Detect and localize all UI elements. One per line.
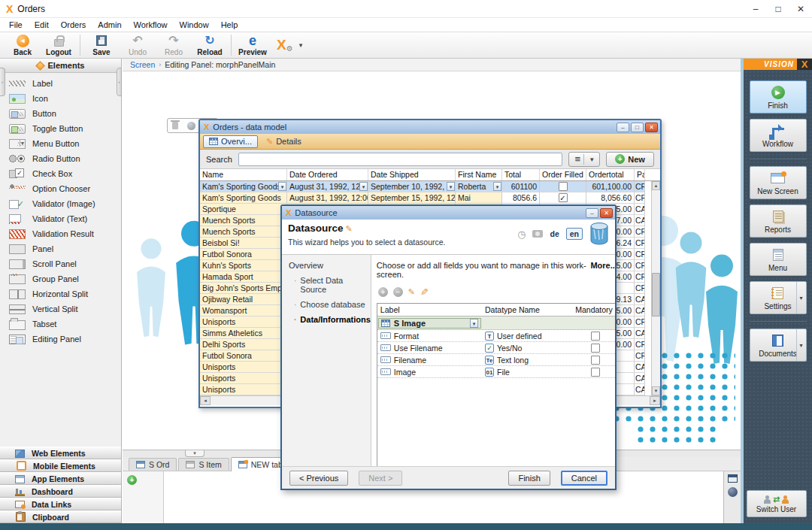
element-item-menu-button[interactable]: Menu Button (0, 136, 121, 151)
toolbar-save-button[interactable]: Save (83, 32, 120, 58)
toolbar-reload-button[interactable]: ↻Reload (192, 32, 228, 58)
accordion-web[interactable]: Web Elements (0, 447, 121, 459)
history-clock-icon[interactable]: ◷ (517, 229, 526, 240)
vision-menu-button[interactable]: Menu (750, 243, 807, 276)
field-row[interactable]: FormatTUser defined (377, 330, 615, 342)
new-record-button[interactable]: + New (606, 152, 654, 167)
group-combo[interactable]: S Image ▾ (378, 318, 481, 329)
cell-name[interactable]: Futbol Sonora (200, 350, 287, 362)
vision-reports-button[interactable]: Reports (750, 204, 807, 238)
column-header-pay[interactable]: Pa (635, 169, 645, 180)
element-item-label[interactable]: Label (0, 76, 121, 91)
element-item-validator-image[interactable]: Validator (Image) (0, 196, 121, 211)
sphere-icon[interactable] (187, 122, 195, 130)
column-header-name[interactable]: Name (200, 169, 287, 180)
cell-date_ordered[interactable]: August 31, 1992, 12:00 AM (287, 192, 368, 204)
screenshot-camera-icon[interactable] (532, 230, 543, 238)
elements-panel-header[interactable]: Elements (0, 59, 121, 73)
element-item-group-panel[interactable]: Group Panel (0, 271, 121, 286)
orders-tab-overvi[interactable]: Overvi... (203, 135, 258, 148)
cell-name[interactable]: Delhi Sports (200, 339, 287, 350)
cell-combo-caret-icon[interactable]: ▾ (359, 182, 368, 191)
toolbar-preview-button[interactable]: ePreview (235, 32, 271, 58)
cell-name[interactable]: Hamada Sport (200, 271, 287, 283)
dropdown-caret-icon[interactable]: ▾ (796, 329, 806, 361)
close-button[interactable]: ✕ (789, 0, 812, 18)
dropdown-caret-icon[interactable]: ▾ (796, 282, 806, 313)
element-item-validator-text[interactable]: Validator (Text) (0, 211, 121, 226)
scroll-left-icon[interactable]: ◄ (200, 396, 211, 405)
cell-name[interactable]: Unisports (200, 316, 287, 328)
vision-documents-button[interactable]: Documents▾ (750, 329, 807, 362)
cell-name[interactable]: Simms Atheletics (200, 328, 287, 339)
cell-pay[interactable]: CAS (635, 294, 645, 305)
element-item-horizontal-split[interactable]: Horizontal Split (0, 286, 121, 301)
cell-name[interactable]: Futbol Sonora (200, 249, 287, 260)
sidebar-collapse-handle[interactable]: ‹ (117, 68, 122, 96)
cell-name[interactable]: Sportique (200, 204, 287, 215)
cell-date_shipped[interactable]: September 15, 1992, 12:00 AM (368, 192, 456, 204)
cell-ordertotal[interactable]: 8,056.60 (586, 192, 635, 204)
cell-name[interactable]: Unisports (200, 362, 287, 373)
cell-first_name[interactable]: Roberta▾ (456, 181, 502, 192)
cell-date_ordered[interactable]: August 31, 1992, 12:00 AM▾ (287, 181, 368, 192)
maximize-button[interactable]: □ (767, 0, 789, 18)
cell-pay[interactable]: CRE (635, 271, 645, 283)
cell-pay[interactable]: CAS (635, 384, 645, 395)
table-row[interactable]: Kam's Sporting Goods▾August 31, 1992, 12… (200, 181, 651, 192)
orders-maximize-button[interactable]: □ (631, 123, 644, 132)
orders-vertical-scrollbar[interactable]: ▲ ▼ (651, 181, 660, 395)
cell-ordertotal[interactable]: 601,100.00 (586, 181, 635, 192)
element-item-editing-panel[interactable]: Editing Panel (0, 332, 121, 347)
cell-pay[interactable]: CRE (635, 192, 645, 204)
cell-pay[interactable]: CRE (635, 316, 645, 328)
cell-pay[interactable]: CRE (635, 339, 645, 350)
cell-pay[interactable]: CRE (635, 350, 645, 362)
delete-icon[interactable] (172, 122, 178, 129)
field-row[interactable]: FilenameTeText long (377, 354, 615, 366)
column-header-date_ordered[interactable]: Date Ordered (287, 169, 368, 180)
vision-new-screen-button[interactable]: New Screen (750, 166, 807, 199)
column-header-ordertotal[interactable]: Ordertotal (586, 169, 635, 180)
menu-item-window[interactable]: Window (174, 19, 215, 31)
cell-name[interactable]: Kam's Sporting Goods▾ (200, 181, 287, 192)
cell-pay[interactable]: CAS (635, 328, 645, 339)
vision-finish-button[interactable]: ▶Finish (750, 80, 807, 114)
cell-pay[interactable]: CAS (635, 215, 645, 226)
field-row[interactable]: Image01File (377, 366, 615, 378)
wizard-step-choosedatabase[interactable]: ·Choose database (294, 300, 371, 309)
wizard-step-datainformations[interactable]: ·Data/Informations (294, 315, 371, 324)
cancel-button[interactable]: Cancel (561, 471, 607, 486)
vision-settings-button[interactable]: Settings▾ (750, 281, 807, 314)
breadcrumb-screen-link[interactable]: Screen (130, 60, 155, 69)
vision-workflow-button[interactable]: Workflow (750, 119, 807, 152)
scroll-up-icon[interactable]: ▲ (652, 181, 660, 190)
element-item-validation-result[interactable]: Validation Result (0, 226, 121, 241)
scroll-right-icon[interactable]: ► (650, 396, 660, 405)
cell-pay[interactable]: CAS (635, 204, 645, 215)
cell-pay[interactable]: CAS (635, 362, 645, 373)
element-item-panel[interactable]: Panel (0, 241, 121, 256)
mandatory-checkbox[interactable] (591, 368, 600, 377)
element-item-check-box[interactable]: Check Box (0, 166, 121, 181)
cell-order_filled[interactable]: ✓ (540, 192, 586, 204)
element-item-option-chooser[interactable]: Option Chooser (0, 181, 121, 196)
dock-tab-sitem[interactable]: S Item (178, 458, 229, 471)
cell-name[interactable]: Big John's Sports Emporium (200, 283, 287, 294)
datasource-titlebar[interactable]: X Datasource – ✕ (282, 206, 615, 220)
accordion-dashboard[interactable]: Dashboard (0, 485, 121, 498)
minimize-button[interactable]: – (744, 0, 767, 18)
table-menu-button[interactable]: ≡ ▾ (568, 152, 600, 167)
toolbar-logout-button[interactable]: Logout (41, 32, 77, 58)
element-item-tabset[interactable]: Tabset (0, 316, 121, 332)
scroll-down-icon[interactable]: ▼ (652, 386, 660, 395)
cell-name[interactable]: Kam's Sporting Goods (200, 192, 287, 204)
cell-name[interactable]: Unisports (200, 384, 287, 395)
menu-item-admin[interactable]: Admin (92, 19, 127, 31)
language-de-toggle[interactable]: de (550, 229, 559, 238)
mandatory-checkbox[interactable] (591, 356, 600, 365)
cell-pay[interactable]: CRE (635, 226, 645, 238)
column-header-date_shipped[interactable]: Date Shipped (368, 169, 456, 180)
toolbar-back-button[interactable]: ◄Back (5, 32, 41, 58)
element-item-scroll-panel[interactable]: Scroll Panel (0, 256, 121, 271)
